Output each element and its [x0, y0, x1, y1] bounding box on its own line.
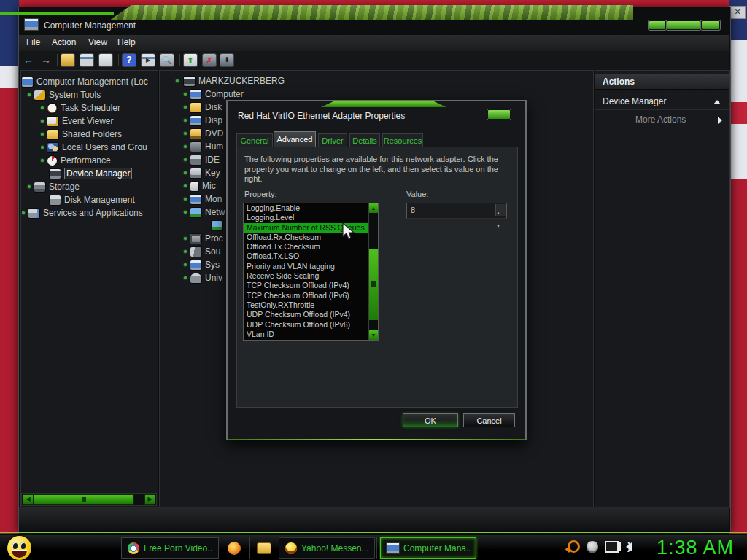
tree-bullet-icon[interactable]	[184, 276, 187, 279]
property-item[interactable]: Priority and VLAN tagging	[244, 262, 378, 271]
tab-details[interactable]: Details	[349, 133, 380, 147]
tree-node-device-manager[interactable]: Device Manager	[50, 168, 132, 179]
scan-hardware-icon[interactable]: 🔍	[160, 54, 174, 66]
tree-node-storage[interactable]: Storage	[28, 181, 80, 192]
help-icon[interactable]: ?	[123, 54, 136, 66]
maximize-button[interactable]	[667, 20, 700, 30]
menu-action[interactable]: Action	[52, 37, 76, 47]
cancel-button[interactable]: Cancel	[463, 413, 515, 427]
tree-node-disk-management[interactable]: Disk Management	[50, 194, 135, 206]
more-actions-item[interactable]: More Actions	[595, 112, 729, 128]
property-item[interactable]: UDP Checksum Offload (IPv4)	[244, 310, 378, 319]
ok-button[interactable]: OK	[403, 413, 458, 427]
menu-help[interactable]: Help	[117, 37, 136, 47]
properties-icon[interactable]	[99, 54, 112, 66]
property-item[interactable]: VLan ID	[244, 330, 378, 339]
menu-view[interactable]: View	[88, 37, 107, 47]
disable-device-icon[interactable]: ✗	[203, 54, 216, 66]
tree-bullet-icon[interactable]	[41, 133, 44, 136]
tree-bullet-icon[interactable]	[41, 106, 44, 109]
tree-node-computer-management[interactable]: Computer Management (Loc	[22, 76, 148, 88]
property-item[interactable]: TestOnly.RXThrottle	[244, 300, 378, 310]
tree-node-event-viewer[interactable]: Event Viewer	[41, 115, 113, 127]
close-button[interactable]	[701, 20, 720, 30]
taskbar-button-yahoo-messenger[interactable]: Yahoo! Messen...	[279, 537, 375, 559]
tree-node-hid[interactable]: Hum	[184, 141, 223, 152]
value-spinner-input[interactable]: 8 ▲ ▼	[406, 203, 507, 219]
show-console-tree-icon[interactable]	[61, 54, 74, 66]
tree-bullet-icon[interactable]	[184, 250, 187, 253]
tab-resources[interactable]: Resources	[382, 133, 423, 147]
tree-bullet-icon[interactable]	[22, 211, 25, 214]
background-window-close-icon[interactable]: ✕	[729, 6, 746, 19]
back-icon[interactable]: ←	[22, 54, 35, 66]
scroll-down-icon[interactable]: ▼	[369, 330, 378, 340]
tree-node-system-tools[interactable]: System Tools	[28, 89, 101, 101]
tree-node-monitors[interactable]: Mon	[184, 193, 222, 205]
property-item[interactable]: TCP Checksum Offload (IPv6)	[244, 291, 378, 300]
tree-bullet-icon[interactable]	[176, 79, 179, 82]
tree-bullet-icon[interactable]	[41, 159, 44, 162]
tree-node-disk-drives[interactable]: Disk	[184, 101, 222, 113]
folder-icon[interactable]	[258, 543, 271, 553]
tree-node-processors[interactable]: Proc	[184, 233, 223, 244]
tree-node-markzuckerberg[interactable]: MARKZUCKERBERG	[176, 75, 285, 87]
tree-bullet-icon[interactable]	[28, 93, 31, 96]
menu-file[interactable]: File	[26, 37, 40, 47]
scrollbar-thumb[interactable]	[34, 494, 134, 505]
dialog-close-button[interactable]	[487, 109, 511, 120]
scroll-up-icon[interactable]: ▲	[369, 203, 378, 213]
tree-bullet-icon[interactable]	[184, 263, 187, 266]
search-tray-icon[interactable]	[568, 540, 580, 553]
tree-node-mice[interactable]: Mic	[184, 180, 216, 192]
property-listbox[interactable]: Logging.Enable Logging.Level Maximum Num…	[243, 203, 379, 341]
tree-bullet-icon[interactable]	[184, 145, 187, 148]
tree-node-network-adapters[interactable]: Netw	[184, 206, 225, 218]
tree-node-keyboards[interactable]: Key	[184, 167, 220, 179]
property-item[interactable]: TCP Checksum Offload (IPv4)	[244, 281, 378, 290]
tree-node-shared-folders[interactable]: Shared Folders	[41, 128, 122, 140]
firefox-icon[interactable]	[228, 542, 241, 555]
tree-node-display-adapters[interactable]: Disp	[184, 114, 222, 126]
actions-section-device-manager[interactable]: Device Manager	[595, 93, 729, 110]
tree-node-system-devices[interactable]: Sys	[184, 259, 220, 271]
taskbar-button-computer-management[interactable]: Computer Mana...	[380, 537, 476, 559]
collapse-icon[interactable]	[713, 100, 721, 104]
export-list-icon[interactable]: ⬆	[184, 54, 197, 66]
tab-driver[interactable]: Driver	[318, 133, 347, 147]
tree-node-services[interactable]: Services and Applications	[22, 207, 156, 219]
tree-bullet-icon[interactable]	[28, 185, 31, 188]
spin-down-icon[interactable]: ▼	[496, 224, 500, 228]
listbox-scrollbar[interactable]: ▲ ▼	[368, 203, 378, 340]
property-item[interactable]: Offload.Tx.LSO	[244, 252, 378, 261]
property-item-selected[interactable]: Maximum Number of RSS Queues	[244, 223, 378, 233]
spin-up-icon[interactable]: ▲	[496, 211, 500, 215]
tree-bullet-icon[interactable]	[184, 237, 187, 240]
tree-node-local-users[interactable]: Local Users and Grou	[41, 141, 156, 153]
update-driver-icon[interactable]: ⬇	[220, 54, 233, 66]
property-item[interactable]: UDP Checksum Offload (IPv6)	[244, 320, 378, 330]
scroll-right-icon[interactable]: ▶	[144, 494, 155, 505]
property-item[interactable]: Logging.Level	[244, 213, 378, 222]
show-action-pane-icon[interactable]: ▶	[142, 54, 155, 66]
minimize-button[interactable]	[649, 20, 666, 30]
tree-node-task-scheduler[interactable]: Task Scheduler	[41, 102, 120, 114]
tree-node-virtio-adapter[interactable]	[212, 219, 226, 231]
scroll-left-icon[interactable]: ◀	[23, 494, 34, 505]
tree-bullet-icon[interactable]	[184, 171, 187, 174]
tree-bullet-icon[interactable]	[184, 158, 187, 161]
tree-bullet-icon[interactable]	[41, 120, 44, 122]
tree-bullet-icon[interactable]	[41, 146, 44, 149]
tab-advanced[interactable]: Advanced	[274, 131, 316, 147]
tree-node-computer[interactable]: Computer	[184, 88, 244, 100]
tree-node-dvd[interactable]: DVD	[184, 128, 223, 139]
tree-bullet-icon[interactable]	[184, 132, 187, 135]
tree-bullet-icon[interactable]	[184, 211, 187, 214]
console-window-icon[interactable]	[80, 54, 93, 66]
volume-tray-icon[interactable]	[626, 542, 632, 551]
tree-node-usb[interactable]: Univ	[184, 272, 222, 284]
tree-node-ide[interactable]: IDE	[184, 154, 220, 166]
tree-bullet-icon[interactable]	[184, 198, 187, 201]
tree-node-sound[interactable]: Sou	[184, 246, 220, 257]
tab-general[interactable]: General	[236, 133, 273, 147]
